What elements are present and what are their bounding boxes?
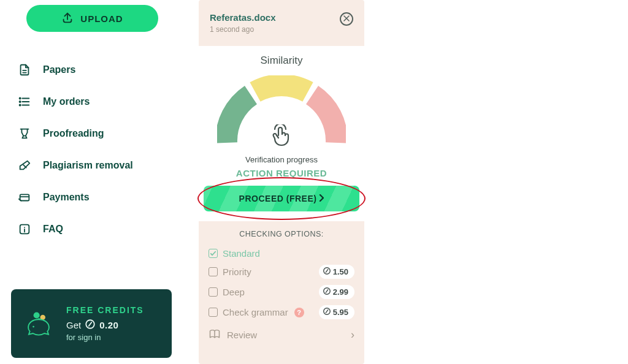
proceed-label: PROCEED (FREE) <box>239 194 317 203</box>
checking-options-title: CHECKING OPTIONS: <box>209 230 354 238</box>
option-standard[interactable]: Standard <box>209 245 354 262</box>
sidebar: UPLOAD Papers My orders <box>0 0 184 364</box>
sidebar-item-label: My orders <box>43 96 90 107</box>
document-card: Referatas.docx 1 second ago Similarity <box>199 0 364 364</box>
svg-point-4 <box>20 101 21 102</box>
svg-point-10 <box>34 312 40 318</box>
file-timestamp: 1 second ago <box>210 25 276 34</box>
document-icon <box>17 63 32 77</box>
chevron-right-icon <box>319 194 324 203</box>
sidebar-item-label: FAQ <box>43 224 63 235</box>
book-icon <box>209 328 221 341</box>
svg-point-12 <box>33 326 34 328</box>
sidebar-item-faq[interactable]: FAQ <box>15 216 173 243</box>
svg-point-5 <box>20 104 21 105</box>
upload-label: UPLOAD <box>80 13 123 24</box>
sidebar-item-papers[interactable]: Papers <box>15 56 173 83</box>
sidebar-item-label: Proofreading <box>43 128 104 139</box>
coin-icon <box>323 287 331 297</box>
checkbox-icon <box>209 308 218 317</box>
coin-icon <box>85 319 96 332</box>
highlighter-icon <box>17 126 32 141</box>
price-value: 2.99 <box>333 287 348 297</box>
coin-icon <box>323 307 331 317</box>
option-deep[interactable]: Deep 2.99 <box>209 282 354 302</box>
sidebar-item-orders[interactable]: My orders <box>15 88 173 115</box>
free-credits-sub: for sign in <box>66 333 144 342</box>
svg-point-3 <box>20 97 21 99</box>
similarity-gauge <box>217 75 346 146</box>
verification-progress-label: Verification progress <box>199 155 364 164</box>
svg-rect-6 <box>20 194 29 200</box>
tap-icon <box>271 124 292 148</box>
price-value: 1.50 <box>333 267 348 276</box>
review-row[interactable]: Review › <box>209 322 354 347</box>
help-icon[interactable]: ? <box>294 308 304 317</box>
sidebar-item-label: Payments <box>43 192 90 203</box>
free-credits-amount: 0.20 <box>99 320 118 330</box>
close-icon <box>343 15 350 23</box>
free-credits-get: Get <box>66 320 81 330</box>
review-label: Review <box>227 330 257 340</box>
sidebar-item-payments[interactable]: Payments <box>15 184 173 211</box>
checkbox-icon <box>209 267 218 276</box>
option-grammar[interactable]: Check grammar ? 5.95 <box>209 302 354 322</box>
action-required-label: ACTION REQUIRED <box>199 168 364 178</box>
similarity-title: Similarity <box>199 55 364 67</box>
info-icon <box>17 222 32 237</box>
upload-button[interactable]: UPLOAD <box>26 5 158 32</box>
nav-list: Papers My orders Proofreading <box>11 56 173 243</box>
price-pill: 2.99 <box>319 285 354 299</box>
free-credits-box[interactable]: FREE CREDITS Get 0.20 for sign in <box>11 289 172 358</box>
option-label: Deep <box>223 287 245 297</box>
proceed-wrap: PROCEED (FREE) <box>199 186 364 211</box>
close-button[interactable] <box>340 12 353 26</box>
upload-icon <box>61 11 74 26</box>
card-header: Referatas.docx 1 second ago <box>199 2 364 39</box>
checkbox-checked-icon <box>209 249 218 258</box>
card-body: Similarity Verification progress ACTION … <box>199 46 364 221</box>
option-label: Standard <box>223 248 260 259</box>
sidebar-item-label: Papers <box>43 64 75 75</box>
list-icon <box>17 94 32 109</box>
price-pill: 1.50 <box>319 265 354 279</box>
sidebar-item-label: Plagiarism removal <box>43 160 133 171</box>
price-pill: 5.95 <box>319 305 354 319</box>
eraser-icon <box>17 158 32 173</box>
piggy-bank-icon <box>22 307 55 340</box>
svg-rect-13 <box>37 319 40 320</box>
free-credits-text: FREE CREDITS Get 0.20 for sign in <box>66 305 144 342</box>
sidebar-item-plagiarism-removal[interactable]: Plagiarism removal <box>15 152 173 179</box>
file-name: Referatas.docx <box>210 12 276 23</box>
option-label: Check grammar <box>223 307 288 317</box>
option-priority[interactable]: Priority 1.50 <box>209 262 354 282</box>
free-credits-title: FREE CREDITS <box>66 305 144 315</box>
payments-icon <box>17 190 32 205</box>
checkbox-icon <box>209 287 218 297</box>
proceed-button[interactable]: PROCEED (FREE) <box>204 186 359 211</box>
checking-options: CHECKING OPTIONS: Standard Priority <box>199 221 364 347</box>
price-value: 5.95 <box>333 308 348 317</box>
option-label: Priority <box>223 267 251 277</box>
sidebar-item-proofreading[interactable]: Proofreading <box>15 120 173 147</box>
chevron-right-icon: › <box>351 328 354 341</box>
coin-icon <box>323 267 331 277</box>
